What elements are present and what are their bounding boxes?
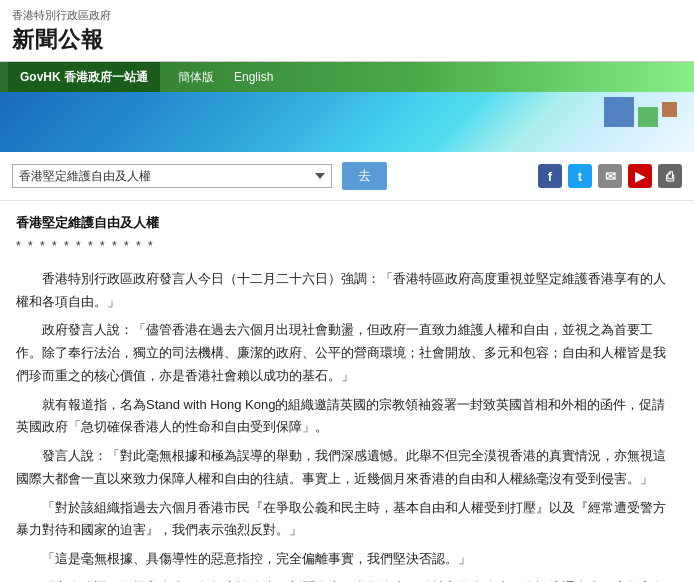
banner-box-1 — [604, 97, 634, 127]
paragraph-7: 發言人強調：人權和自由，包括言論自由、新聞自由、出版自由、結社和集會自由、資訊流… — [16, 577, 678, 582]
banner-image — [0, 92, 694, 152]
header-title: 新聞公報 — [12, 25, 682, 55]
banner-decoration — [604, 97, 684, 147]
banner-box-2 — [638, 107, 658, 127]
stars-divider: * * * * * * * * * * * * — [16, 236, 678, 258]
paragraph-1: 香港特別行政區政府發言人今日（十二月二十六日）強調：「香港特區政府高度重視並堅定… — [16, 268, 678, 314]
nav-govhk-link[interactable]: GovHK 香港政府一站通 — [8, 62, 160, 92]
facebook-icon[interactable]: f — [538, 164, 562, 188]
header-subtitle: 香港特別行政區政府 — [12, 8, 682, 23]
banner-box-3 — [662, 102, 677, 117]
paragraph-3: 就有報道指，名為Stand with Hong Kong的組織邀請英國的宗教領袖… — [16, 394, 678, 440]
topic-select[interactable]: 香港堅定維護自由及人權 — [12, 164, 332, 188]
twitter-icon[interactable]: t — [568, 164, 592, 188]
paragraph-4: 發言人說：「對此毫無根據和極為誤導的舉動，我們深感遺憾。此舉不但完全漠視香港的真… — [16, 445, 678, 491]
paragraph-6: 「這是毫無根據、具傷導性的惡意指控，完全偏離事實，我們堅決否認。」 — [16, 548, 678, 571]
search-bar: 香港堅定維護自由及人權 去 f t ✉ ▶ ⎙ — [0, 152, 694, 201]
article-title: 香港堅定維護自由及人權 — [16, 211, 678, 234]
social-icons-group: f t ✉ ▶ ⎙ — [538, 164, 682, 188]
nav-english-link[interactable]: English — [224, 70, 283, 84]
nav-simplified-link[interactable]: 簡体版 — [168, 69, 224, 86]
paragraph-5: 「對於該組織指過去六個月香港市民『在爭取公義和民主時，基本自由和人權受到打壓』以… — [16, 497, 678, 543]
header: 香港特別行政區政府 新聞公報 — [0, 0, 694, 62]
nav-bar: GovHK 香港政府一站通 簡体版 English — [0, 62, 694, 92]
article-body: 香港特別行政區政府發言人今日（十二月二十六日）強調：「香港特區政府高度重視並堅定… — [16, 268, 678, 582]
email-icon[interactable]: ✉ — [598, 164, 622, 188]
youtube-icon[interactable]: ▶ — [628, 164, 652, 188]
article-content: 香港堅定維護自由及人權 * * * * * * * * * * * * 香港特別… — [0, 201, 694, 582]
paragraph-2: 政府發言人說：「儘管香港在過去六個月出現社會動盪，但政府一直致力維護人權和自由，… — [16, 319, 678, 387]
go-button[interactable]: 去 — [342, 162, 387, 190]
print-icon[interactable]: ⎙ — [658, 164, 682, 188]
